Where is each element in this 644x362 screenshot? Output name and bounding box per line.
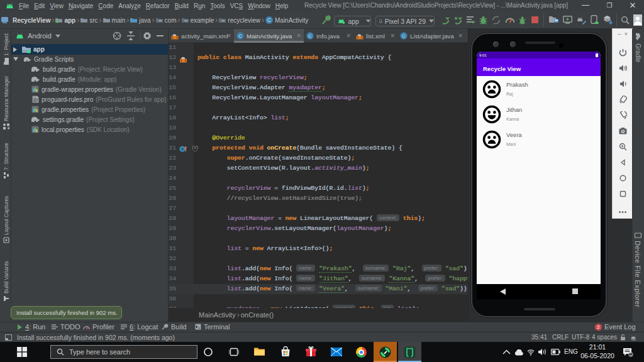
svg-text:C: C bbox=[308, 33, 312, 39]
svg-text:C: C bbox=[238, 33, 242, 39]
svg-text:C: C bbox=[402, 33, 406, 39]
svg-text:1: 1 bbox=[630, 352, 632, 356]
svg-text:C: C bbox=[267, 17, 271, 23]
